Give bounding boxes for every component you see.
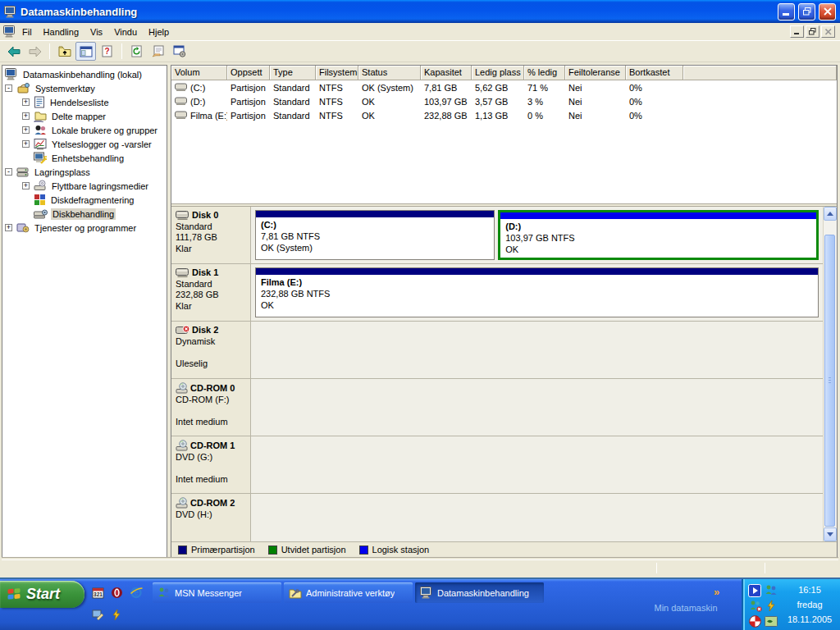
quick-launch-calendar-icon[interactable]: 321 (92, 586, 104, 599)
up-one-level-button[interactable] (54, 42, 75, 61)
tray-media-player-icon[interactable] (747, 582, 763, 598)
event-viewer-icon (34, 96, 45, 108)
column-header-oppsett[interactable]: Oppsett (227, 66, 270, 80)
tray-winamp-icon[interactable] (763, 598, 778, 614)
taskbar-button-msn-messenger[interactable]: MSN Messenger (153, 582, 281, 603)
tree-item-tjenester-og-programmer[interactable]: +Tjenester og programmer (2, 221, 167, 235)
cell-kapasitet: 103,97 GB (421, 97, 472, 107)
column-header-filsystem[interactable]: Filsystem (316, 66, 358, 80)
tray-users-offline-icon[interactable] (747, 598, 763, 614)
tree-item-ytelseslogger-og-varsler[interactable]: +Ytelseslogger og -varsler (2, 137, 167, 151)
restore-button[interactable] (798, 3, 815, 21)
tray-nvidia-icon[interactable] (763, 614, 778, 629)
tree-item-enhetsbehandling[interactable]: Enhetsbehandling (2, 151, 167, 165)
close-button[interactable] (819, 3, 836, 21)
tree-expander[interactable]: + (22, 126, 30, 134)
tree-item-label: Lagringsplass (33, 167, 92, 178)
help-button[interactable]: ? (97, 42, 117, 61)
menu-handling[interactable]: Handling (38, 25, 84, 39)
back-button[interactable] (3, 42, 24, 61)
toolbar-chevron[interactable]: » (714, 586, 719, 598)
menu-fil[interactable]: Fil (16, 25, 38, 39)
tree-expander[interactable]: + (22, 112, 30, 120)
column-header-kapasitet[interactable]: Kapasitet (421, 66, 472, 80)
disk-header-cd-rom-2[interactable]: CD-ROM 2DVD (H:) (171, 494, 251, 541)
tray-antivirus-icon[interactable] (747, 614, 763, 629)
tree-expander[interactable]: + (22, 182, 30, 189)
taskbar-button-label: MSN Messenger (175, 588, 242, 598)
quick-launch-winamp-icon[interactable] (111, 609, 122, 621)
disk-header-disk-2[interactable]: Disk 2Dynamisk Uleselig (171, 322, 251, 378)
disk-management-view-button[interactable] (169, 42, 189, 61)
volume-table-header: VolumOppsettTypeFilsystemStatusKapasitet… (171, 66, 837, 80)
tray-clock[interactable]: 16:15 fredag 18.11.2005 (781, 582, 838, 627)
title-bar[interactable]: Datamaskinbehandling (0, 0, 840, 23)
disk-header-disk-0[interactable]: Disk 0Standard111,78 GBKlar (171, 207, 251, 263)
scroll-up-button[interactable] (824, 207, 837, 221)
tree-item-label: Datamaskinbehandling (lokal) (21, 69, 144, 80)
cell-oppsett: Partisjon (227, 97, 270, 107)
quick-launch-internet-explorer-icon[interactable]: e (130, 586, 143, 599)
taskbar-button-administrative-verktøy[interactable]: Administrative verktøy (284, 582, 413, 603)
tree-item-lokale-brukere-og-grupper[interactable]: +Lokale brukere og grupper (2, 123, 167, 137)
cell-volum: (D:) (171, 97, 227, 107)
vertical-scrollbar[interactable] (823, 207, 837, 541)
disk-header-disk-1[interactable]: Disk 1Standard232,88 GBKlar (171, 264, 251, 321)
volume-table-body: (C:)PartisjonStandardNTFSOK (System)7,81… (171, 80, 837, 122)
volume-row-d[interactable]: (D:)PartisjonStandardNTFSOK103,97 GB3,57… (171, 94, 837, 108)
column-header-volum[interactable]: Volum (171, 66, 227, 80)
properties-button[interactable] (148, 42, 168, 61)
tree-item-diskdefragmentering[interactable]: Diskdefragmentering (2, 193, 167, 207)
tree-item-flyttbare-lagringsmedier[interactable]: +Flyttbare lagringsmedier (2, 179, 167, 193)
disk-header-cd-rom-0[interactable]: CD-ROM 0CD-ROM (F:) Intet medium (171, 379, 251, 436)
disk-header-cd-rom-1[interactable]: CD-ROM 1DVD (G:) Intet medium (171, 436, 251, 493)
tree-expander[interactable]: + (22, 98, 30, 106)
tree-item-lagringsplass[interactable]: -Lagringsplass (2, 165, 167, 179)
scroll-thumb[interactable] (824, 235, 835, 527)
column-header-bortkastet[interactable]: Bortkastet (626, 66, 683, 80)
tree-expander[interactable]: - (5, 84, 12, 92)
partition-c[interactable]: (C:)7,81 GB NTFSOK (System) (255, 210, 495, 260)
tree-item-systemverktøy[interactable]: -Systemverktøy (2, 81, 167, 95)
quick-launch-show-desktop-icon[interactable] (92, 609, 104, 621)
tray-messenger-users-icon[interactable] (763, 582, 778, 598)
admin-tools-icon (289, 587, 302, 599)
volume-row-c[interactable]: (C:)PartisjonStandardNTFSOK (System)7,81… (171, 80, 837, 94)
column-header-ledig-plass[interactable]: Ledig plass (472, 66, 524, 80)
menu-hjelp[interactable]: Hjelp (143, 25, 175, 39)
column-header-status[interactable]: Status (358, 66, 421, 80)
tree-expander[interactable]: - (5, 168, 12, 176)
column-header-feiltoleranse[interactable]: Feiltoleranse (565, 66, 626, 80)
legend-swatch (178, 546, 187, 555)
scroll-down-button[interactable] (824, 527, 837, 541)
show-console-tree-button[interactable] (75, 42, 96, 61)
menu-vis[interactable]: Vis (84, 25, 108, 39)
refresh-button[interactable] (126, 42, 147, 61)
disk-row-cd-rom-2: CD-ROM 2DVD (H:) (171, 494, 823, 541)
child-minimize-button[interactable] (790, 25, 804, 38)
menu-vindu[interactable]: Vindu (108, 25, 143, 39)
child-restore-button[interactable] (806, 25, 819, 38)
partition-filma-e[interactable]: Filma (E:)232,88 GB NTFSOK (255, 267, 819, 317)
forward-button[interactable] (25, 42, 45, 61)
tree-item-hendelsesliste[interactable]: +Hendelsesliste (2, 95, 167, 109)
tree-item-datamaskinbehandling-lokal[interactable]: Datamaskinbehandling (lokal) (2, 67, 167, 81)
cell-type: Standard (270, 111, 316, 121)
quick-launch-opera-icon[interactable] (111, 586, 123, 599)
partition-type-stripe (500, 212, 816, 219)
desktop-toolbar-label[interactable]: Min datamaskin (628, 603, 743, 613)
start-button[interactable]: Start (0, 581, 84, 608)
tree-item-diskbehandling[interactable]: Diskbehandling (2, 207, 167, 221)
child-close-button[interactable] (821, 25, 835, 38)
tree-expander[interactable]: + (5, 224, 12, 231)
minimize-button[interactable] (778, 3, 795, 21)
computer-icon (5, 68, 18, 80)
disk-graph-disk-1: Filma (E:)232,88 GB NTFSOK (251, 264, 823, 321)
volume-row-filma-e[interactable]: Filma (E:)PartisjonStandardNTFSOK232,88 … (171, 108, 837, 122)
tree-item-delte-mapper[interactable]: +Delte mapper (2, 109, 167, 123)
partition-d[interactable]: (D:)103,97 GB NTFSOK (498, 210, 819, 260)
tree-expander[interactable]: + (22, 140, 30, 148)
taskbar-button-datamaskinbehandling[interactable]: Datamaskinbehandling (415, 582, 544, 603)
column-header-ledig[interactable]: % ledig (524, 66, 565, 80)
column-header-type[interactable]: Type (270, 66, 316, 80)
